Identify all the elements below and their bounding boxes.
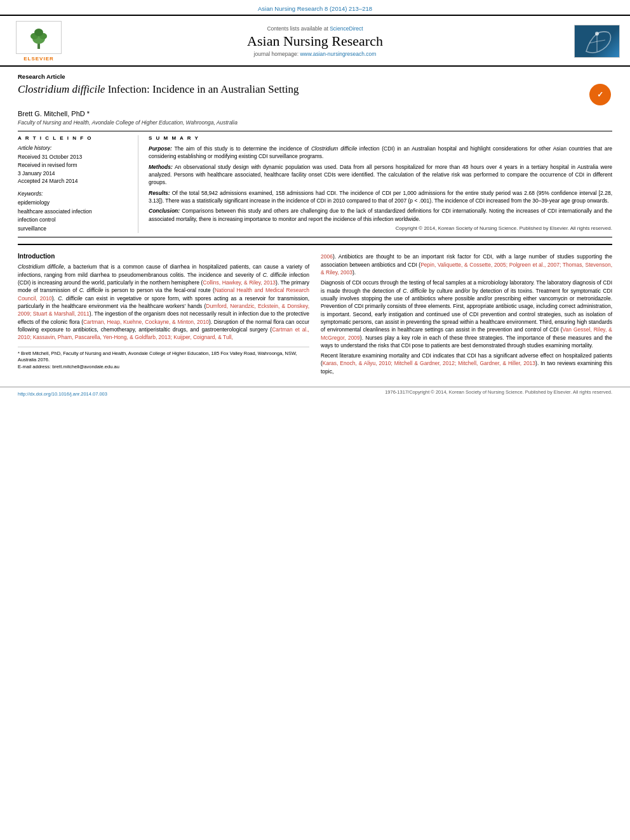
keywords-heading: Keywords: — [18, 190, 131, 197]
journal-title: Asian Nursing Research — [67, 33, 563, 50]
author-name: Brett G. Mitchell, PhD * — [18, 110, 612, 117]
summary-conclusion: Conclusion: Comparisons between this stu… — [149, 207, 612, 223]
journal-ref: Asian Nursing Research 8 (2014) 213–218 — [258, 5, 372, 12]
conclusion-label: Conclusion: — [149, 208, 180, 214]
revised-date: 3 January 2014 — [18, 170, 55, 177]
footnote-email: E-mail address: brett.mitchell@avondale.… — [18, 364, 309, 371]
introduction-heading: Introduction — [18, 253, 309, 260]
journal-logo-img — [574, 25, 620, 58]
summary-methods: Methods: An observational study design w… — [149, 163, 612, 187]
conclusion-text: Comparisons between this study and other… — [149, 208, 612, 222]
keyword-3: infection control — [18, 217, 56, 223]
copyright-bottom: 1976-1317/Copyright © 2014, Korean Socie… — [385, 389, 612, 397]
article-dates: Received 31 October 2013 Received in rev… — [18, 153, 131, 185]
intro-para1-continued: 2006). Antibiotics are thought to be an … — [321, 253, 612, 276]
elsevier-logo: ELSEVIER — [10, 21, 67, 62]
intro-para2: Diagnosis of CDI occurs through the test… — [321, 279, 612, 349]
elsevier-logo-box — [16, 21, 62, 54]
svg-point-4 — [34, 29, 43, 36]
homepage-label: journal homepage: — [254, 51, 300, 57]
summary-results: Results: Of the total 58,942 admissions … — [149, 189, 612, 205]
article-type: Research Article — [18, 73, 612, 80]
body-col-left: Introduction Clostridium difficile, a ba… — [18, 253, 309, 378]
summary-col: S U M M A R Y Purpose: The aim of this s… — [149, 135, 612, 233]
summary-copyright: Copyright © 2014, Korean Society of Nurs… — [149, 225, 612, 231]
body-section: Introduction Clostridium difficile, a ba… — [18, 244, 612, 378]
crossmark-badge: ✓ — [589, 84, 612, 107]
homepage-link[interactable]: www.asian-nursingreseach.com — [300, 51, 376, 57]
email-address[interactable]: brett.mitchell@avondale.edu.au — [52, 364, 119, 370]
footnote-area: * Brett Mitchell, PhD, Faculty of Nursin… — [18, 347, 309, 371]
summary-purpose: Purpose: The aim of this study is to det… — [149, 145, 612, 161]
elsevier-tree-icon — [23, 25, 55, 50]
journal-logo-right — [563, 25, 620, 58]
article-title-italic: Clostridium difficile — [18, 83, 105, 95]
methods-label: Methods: — [149, 164, 173, 170]
keyword-4: surveillance — [18, 225, 46, 232]
intro-para1: Clostridium difficile, a bacterium that … — [18, 263, 309, 341]
received-date: Received 31 October 2013 — [18, 154, 82, 160]
results-label: Results: — [149, 190, 170, 196]
journal-decorative-icon — [580, 27, 614, 55]
purpose-text: The aim of this study is to determine th… — [149, 145, 612, 159]
keyword-1: epidemiology — [18, 199, 50, 206]
journal-top-bar: Asian Nursing Research 8 (2014) 213–218 — [0, 0, 630, 16]
article-content: Research Article Clostridium difficile I… — [0, 67, 630, 384]
keywords-list: epidemiology healthcare associated infec… — [18, 199, 131, 233]
svg-point-5 — [595, 32, 599, 36]
results-text: Of the total 58,942 admissions examined,… — [149, 190, 612, 204]
email-label: E-mail address: — [18, 364, 51, 370]
author-affiliation: Faculty of Nursing and Health, Avondale … — [18, 119, 612, 126]
history-label: Article history: — [18, 145, 131, 151]
article-title-rest: Infection: Incidence in an Australian Se… — [105, 83, 298, 95]
revised-label: Received in revised form — [18, 162, 77, 168]
article-info-summary-section: A R T I C L E I N F O Article history: R… — [18, 131, 612, 237]
crossmark-icon: ✓ — [589, 84, 611, 105]
purpose-label: Purpose: — [149, 145, 172, 152]
summary-heading: S U M M A R Y — [149, 135, 612, 141]
sciencedirect-label: Contents lists available at — [267, 25, 330, 32]
sciencedirect-link[interactable]: ScienceDirect — [330, 25, 363, 32]
keyword-2: healthcare associated infection — [18, 208, 92, 215]
elsevier-text-label: ELSEVIER — [23, 56, 54, 62]
homepage-line: journal homepage: www.asian-nursingresea… — [67, 51, 563, 57]
methods-text: An observational study design with dynam… — [149, 164, 612, 186]
intro-para3: Recent literature examining mortality an… — [321, 352, 612, 375]
article-info-col: A R T I C L E I N F O Article history: R… — [18, 135, 138, 233]
article-info-heading: A R T I C L E I N F O — [18, 135, 131, 141]
doi-link[interactable]: http://dx.doi.org/10.1016/j.anr.2014.07.… — [18, 391, 107, 397]
page: Asian Nursing Research 8 (2014) 213–218 … — [0, 0, 630, 840]
bottom-bar: http://dx.doi.org/10.1016/j.anr.2014.07.… — [0, 387, 630, 399]
body-col-right: 2006). Antibiotics are thought to be an … — [321, 253, 612, 378]
footnote-star: * Brett Mitchell, PhD, Faculty of Nursin… — [18, 350, 309, 364]
article-title-line: Clostridium difficile Infection: Inciden… — [18, 83, 612, 107]
sciencedirect-line: Contents lists available at ScienceDirec… — [67, 25, 563, 32]
journal-header: ELSEVIER Contents lists available at Sci… — [0, 16, 630, 67]
accepted-date: Accepted 24 March 2014 — [18, 178, 78, 184]
journal-center: Contents lists available at ScienceDirec… — [67, 25, 563, 57]
article-title: Clostridium difficile Infection: Inciden… — [18, 83, 583, 96]
